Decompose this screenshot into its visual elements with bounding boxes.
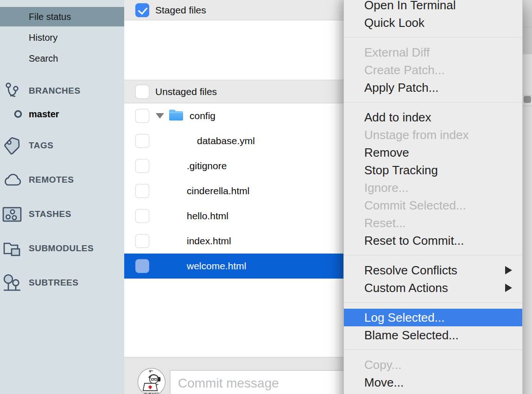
context-menu: Open In Terminal Quick Look External Dif… [343, 0, 523, 394]
context-menu-item[interactable]: Reset to Commit... [344, 232, 522, 249]
file-name: database.yml [197, 135, 255, 146]
sidebar-section-submodules[interactable]: SUBMODULES [0, 238, 124, 259]
sidebar-item-history[interactable]: History [0, 28, 124, 47]
commit-circle-icon [0, 109, 24, 119]
sidebar-section-branches[interactable]: BRANCHES [0, 81, 124, 101]
menu-item-label: Resolve Conflicts [364, 263, 457, 277]
context-menu-item[interactable]: Move... [344, 374, 522, 391]
menu-item-label: Unstage from index [364, 128, 469, 142]
context-menu-item[interactable]: Log Selected... [344, 309, 522, 326]
context-menu-item[interactable]: Reset... [344, 214, 522, 232]
file-checkbox[interactable] [135, 259, 149, 273]
file-checkbox[interactable] [135, 209, 149, 223]
menu-item-label: Open In Terminal [364, 0, 456, 12]
tag-icon [0, 136, 24, 155]
menu-item-label: Create Patch... [364, 63, 444, 77]
unstaged-files-label: Unstaged files [155, 86, 217, 97]
menu-item-label: Move... [364, 375, 404, 389]
staged-files-checkbox[interactable] [135, 3, 149, 17]
context-menu-item[interactable]: Remove [344, 144, 522, 161]
sidebar-nav: File status History Search [0, 7, 124, 70]
menu-item-label: Reset to Commit... [364, 234, 464, 248]
context-menu-item[interactable]: Apply Patch... [344, 79, 522, 96]
context-menu-item[interactable]: Copy... [344, 356, 522, 374]
sidebar-item-label: File status [29, 12, 71, 22]
subtree-icon [0, 273, 24, 292]
menu-separator [344, 297, 522, 309]
sidebar-item-label: History [29, 32, 57, 43]
file-checkbox[interactable] [135, 134, 149, 148]
diff-panel-edge [523, 0, 532, 394]
sidebar-item-search[interactable]: Search [0, 49, 124, 68]
context-menu-item[interactable]: External Diff [344, 44, 522, 61]
stash-icon [0, 206, 24, 222]
sidebar: File status History Search BRAN [0, 0, 124, 394]
context-menu-item[interactable]: Ignore... [344, 179, 522, 197]
menu-item-label: Commit Selected... [364, 198, 466, 212]
menu-separator [344, 96, 522, 108]
context-menu-item[interactable]: Create Patch... [344, 61, 522, 79]
branch-name: master [29, 109, 59, 120]
file-name: welcome.html [187, 261, 246, 272]
context-menu-item[interactable]: Unstage from index [344, 126, 522, 144]
menu-separator [344, 249, 522, 261]
file-name: index.html [187, 235, 231, 247]
file-checkbox[interactable] [135, 184, 149, 198]
section-label: SUBTREES [29, 278, 78, 288]
submodule-icon [0, 240, 24, 257]
menu-item-label: Stop Tracking [364, 163, 438, 177]
menu-item-label: Apply Patch... [364, 81, 438, 95]
file-checkbox[interactable] [135, 234, 149, 248]
context-menu-item[interactable]: Commit Selected... [344, 197, 522, 214]
file-name: config [190, 110, 215, 121]
context-menu-item[interactable]: Stop Tracking [344, 161, 522, 179]
submenu-arrow-icon [505, 266, 512, 274]
sourcetree-window: File status History Search BRAN [0, 0, 532, 394]
sidebar-item-label: Search [29, 53, 58, 64]
disclosure-triangle-icon[interactable] [156, 113, 164, 119]
context-menu-item[interactable]: Quick Look [344, 14, 522, 32]
rubyist-avatar: RUBYIST [138, 369, 165, 394]
file-name: cinderella.html [187, 185, 249, 197]
context-menu-item[interactable]: Open In Terminal [344, 0, 522, 14]
sidebar-section-tags[interactable]: TAGS [0, 135, 124, 156]
context-menu-item[interactable]: Custom Actions [344, 279, 522, 297]
section-label: REMOTES [29, 175, 74, 185]
unstaged-files-checkbox[interactable] [135, 85, 149, 99]
file-checkbox[interactable] [135, 159, 149, 173]
folder-icon [168, 108, 184, 124]
section-label: BRANCHES [29, 86, 81, 96]
menu-separator [344, 32, 522, 44]
file-name: hello.html [187, 210, 228, 222]
sidebar-item-file-status[interactable]: File status [0, 7, 124, 26]
section-label: STASHES [29, 209, 71, 219]
section-label: TAGS [29, 140, 53, 151]
context-menu-item[interactable]: Blame Selected... [344, 326, 522, 344]
branch-icon [0, 82, 24, 100]
section-label: SUBMODULES [29, 243, 94, 254]
sidebar-section-stashes[interactable]: STASHES [0, 204, 124, 224]
menu-item-label: Custom Actions [364, 281, 448, 295]
svg-text:RUBYIST: RUBYIST [144, 392, 159, 394]
menu-item-label: Quick Look [364, 16, 424, 30]
sidebar-item-branch-master[interactable]: master [0, 104, 124, 124]
staged-files-label: Staged files [155, 5, 206, 16]
menu-item-label: Remove [364, 146, 409, 159]
menu-item-label: Copy... [364, 358, 401, 372]
menu-item-label: External Diff [364, 45, 430, 59]
scrollbar-thumb[interactable] [524, 96, 531, 103]
menu-item-label: Ignore... [364, 181, 408, 195]
sidebar-section-subtrees[interactable]: SUBTREES [0, 273, 124, 293]
file-checkbox[interactable] [135, 109, 149, 123]
file-name: .gitignore [187, 160, 227, 172]
menu-item-label: Add to index [364, 110, 431, 124]
menu-item-label: Blame Selected... [364, 328, 459, 342]
context-menu-item[interactable]: Resolve Conflicts [344, 261, 522, 279]
sidebar-section-remotes[interactable]: REMOTES [0, 170, 124, 190]
context-menu-item[interactable]: Add to index [344, 108, 522, 126]
submenu-arrow-icon [505, 284, 512, 292]
menu-item-label: Reset... [364, 216, 406, 230]
cloud-icon [0, 172, 24, 187]
menu-separator [344, 344, 522, 356]
menu-item-label: Log Selected... [364, 311, 444, 324]
